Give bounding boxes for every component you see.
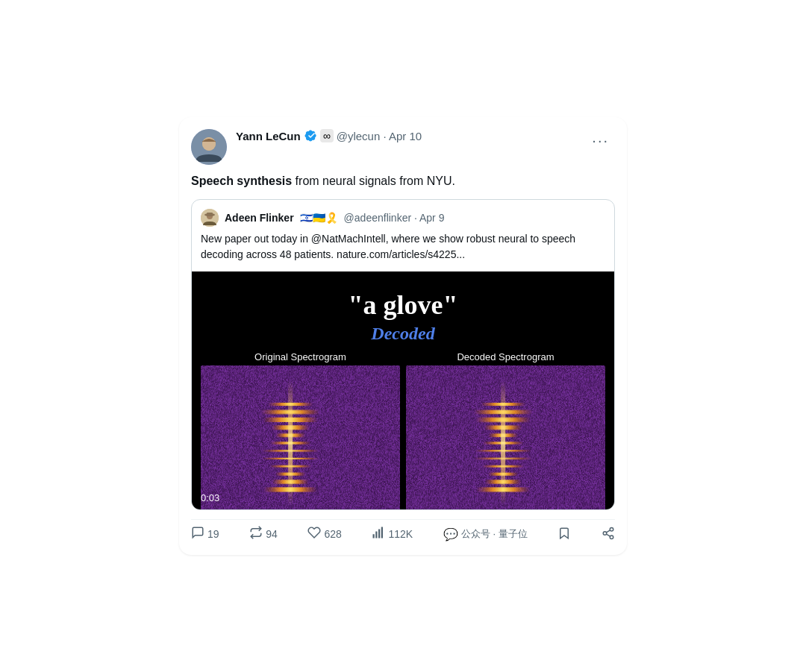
- video-decoded-label: Decoded: [371, 324, 434, 344]
- svg-rect-8: [376, 531, 378, 538]
- retweet-icon: [249, 526, 263, 543]
- bookmark-icon: [557, 527, 571, 542]
- comment-icon: [191, 526, 204, 543]
- share-icon: [602, 527, 615, 542]
- comment-action[interactable]: 19: [191, 526, 219, 543]
- avatar: [191, 129, 227, 165]
- views-action[interactable]: 112K: [372, 526, 413, 543]
- spectrogram-row: Original Spectrogram Decoded Spectrogram: [192, 351, 614, 509]
- wechat-label: 公众号 · 量子位: [461, 527, 528, 541]
- handle-date: @ylecun · Apr 10: [337, 130, 422, 142]
- retweet-count: 94: [266, 528, 278, 540]
- like-action[interactable]: 628: [307, 526, 341, 543]
- video-timestamp: 0:03: [201, 492, 219, 503]
- svg-rect-7: [373, 534, 375, 538]
- quoted-handle-date: @adeenflinker · Apr 9: [344, 212, 445, 224]
- meta-icon: ∞: [320, 129, 334, 142]
- like-count: 628: [324, 528, 341, 540]
- tweet-header: Yann LeCun ∞ @ylecun · Apr 10 ···: [191, 129, 615, 165]
- wechat-icon: 💬: [443, 527, 458, 541]
- quoted-tweet-header: Adeen Flinker 🇮🇱🇺🇦🎗️ @adeenflinker · Apr…: [192, 200, 614, 231]
- svg-rect-10: [381, 527, 383, 538]
- quoted-tweet-text: New paper out today in @NatMachIntell, w…: [192, 231, 614, 271]
- svg-point-11: [610, 527, 613, 531]
- original-spectrogram-canvas: [201, 365, 400, 509]
- tweet-text-bold: Speech synthesis: [191, 175, 292, 187]
- decoded-spectrogram-label: Decoded Spectrogram: [457, 351, 554, 362]
- video-container[interactable]: "a glove" Decoded Original Spectrogram D…: [192, 271, 614, 509]
- share-action[interactable]: [602, 527, 615, 542]
- svg-point-13: [610, 536, 613, 539]
- quoted-tweet[interactable]: Adeen Flinker 🇮🇱🇺🇦🎗️ @adeenflinker · Apr…: [191, 199, 615, 509]
- svg-rect-6: [207, 213, 213, 215]
- quoted-author-flags: 🇮🇱🇺🇦🎗️: [300, 212, 338, 224]
- tweet-text: Speech synthesis from neural signals fro…: [191, 172, 615, 190]
- tweet-card: Yann LeCun ∞ @ylecun · Apr 10 ··· Speech…: [179, 117, 627, 554]
- decoded-spectrogram-image: [406, 365, 605, 509]
- retweet-action[interactable]: 94: [249, 526, 278, 543]
- tweet-actions: 19 94 628 112K 💬 公众号 · 量子位: [191, 519, 615, 543]
- tweet-text-suffix: from neural signals from NYU.: [292, 175, 455, 187]
- verified-badge: [304, 129, 317, 142]
- decoded-spectrogram-canvas: [406, 365, 605, 509]
- video-title: "a glove": [349, 289, 458, 321]
- views-count: 112K: [388, 528, 413, 540]
- original-spectrogram-image: [201, 365, 400, 509]
- comment-count: 19: [207, 528, 219, 540]
- heart-icon: [307, 526, 321, 543]
- views-icon: [372, 526, 385, 543]
- svg-line-15: [606, 530, 610, 533]
- quoted-avatar: [201, 209, 219, 227]
- quoted-author-name: Adeen Flinker: [225, 212, 294, 224]
- decoded-spectrogram-col: Decoded Spectrogram: [406, 351, 605, 509]
- bookmark-action[interactable]: [557, 527, 571, 542]
- wechat-badge: 💬 公众号 · 量子位: [443, 527, 528, 541]
- original-spectrogram-label: Original Spectrogram: [254, 351, 346, 362]
- original-spectrogram-col: Original Spectrogram: [201, 351, 400, 509]
- svg-point-12: [603, 531, 607, 535]
- svg-rect-9: [378, 529, 380, 538]
- svg-line-14: [606, 534, 610, 536]
- author-name: Yann LeCun: [236, 130, 301, 142]
- author-info: Yann LeCun ∞ @ylecun · Apr 10: [236, 129, 577, 142]
- more-options-button[interactable]: ···: [586, 129, 615, 152]
